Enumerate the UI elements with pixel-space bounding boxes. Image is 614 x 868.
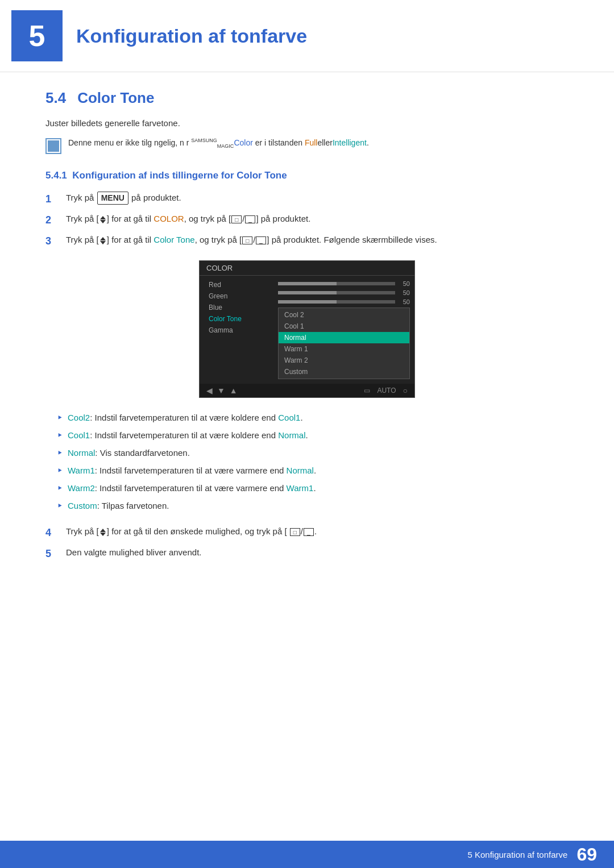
bullet-dot-1: ‣	[57, 410, 63, 426]
menu-item-gamma: Gamma	[204, 325, 269, 336]
bullet-warm2-text: Warm2: Indstil farvetemperaturen til at …	[68, 482, 316, 495]
step-1-number: 1	[45, 192, 58, 207]
chapter-number: 5	[11, 10, 63, 61]
label-normal: Normal	[68, 448, 95, 458]
steps-list: 1 Tryk på MENU på produktet. 2 Tryk på […	[45, 192, 569, 249]
note-text: Denne menu er ikke tilg ngelig, n r SAMS…	[68, 137, 369, 150]
section-title: Color Tone	[77, 89, 154, 107]
color-tone-step3: Color Tone	[154, 235, 194, 244]
label-warm1: Warm1	[68, 466, 95, 475]
slider-bar-blue	[278, 300, 395, 304]
btn-down-arrow: ▼	[217, 386, 225, 395]
bullet-dot-4: ‣	[57, 463, 63, 479]
ref-cool1: Cool1	[278, 413, 300, 422]
label-custom: Custom	[68, 501, 97, 510]
bullet-normal-text: Normal: Vis standardfarvetonen.	[68, 447, 190, 460]
full-word: Full	[305, 138, 318, 147]
color-tone-submenu: Cool 2 Cool 1 Normal Warm 1 Warm 2 Custo…	[278, 308, 410, 379]
submenu-cool2: Cool 2	[279, 309, 409, 321]
menu-item-colortone: Color Tone	[204, 313, 269, 325]
step-5: 5 Den valgte mulighed bliver anvendt.	[45, 546, 569, 562]
monitor-right-btns: ▭ AUTO ○	[364, 386, 408, 395]
box-icon-step3: □	[242, 236, 252, 244]
bullet-cool1-text: Cool1: Indstil farvetemperaturen til at …	[68, 429, 308, 442]
color-menu-left: Red Green Blue Color Tone Gamma	[200, 279, 273, 380]
bullet-dot-3: ‣	[57, 446, 63, 461]
arrows-up-down-4	[100, 529, 106, 536]
step-5-number: 5	[45, 546, 58, 562]
bullet-warm2: ‣ Warm2: Indstil farvetemperaturen til a…	[57, 482, 569, 496]
step-2-text: Tryk på [] for at gå til COLOR, og tryk …	[66, 213, 310, 226]
color-menu-title: COLOR	[200, 261, 414, 276]
btn-auto: AUTO	[377, 387, 396, 394]
footer-page-number: 69	[576, 844, 597, 865]
btn-up-arrow: ▲	[230, 386, 238, 395]
step-5-text: Den valgte mulighed bliver anvendt.	[66, 546, 201, 559]
arrows-up-down	[100, 216, 106, 223]
submenu-cool1: Cool 1	[279, 321, 409, 332]
menu-item-green: Green	[204, 290, 269, 302]
page-footer: 5 Konfiguration af tonfarve 69	[0, 841, 614, 868]
label-warm2: Warm2	[68, 483, 95, 493]
box-icon-step2: □	[231, 215, 242, 223]
section-number: 5.4	[45, 89, 66, 107]
btn-left-arrow: ◀	[206, 386, 213, 395]
step-2-number: 2	[45, 213, 58, 228]
bullet-dot-6: ‣	[57, 499, 63, 514]
section-description: Juster billedets generelle farvetone.	[45, 118, 569, 128]
step-4: 4 Tryk på [] for at gå til den ønskede m…	[45, 525, 569, 541]
step-3: 3 Tryk på [] for at gå til Color Tone, o…	[45, 234, 569, 249]
slider-fill-blue	[278, 300, 337, 304]
bullet-custom-text: Custom: Tilpas farvetonen.	[68, 500, 169, 513]
color-menu-body: Red Green Blue Color Tone Gamma	[200, 276, 414, 384]
chapter-title: Konfiguration af tonfarve	[76, 25, 307, 47]
subsection-title: Konfiguration af inds tillingerne for Co…	[72, 170, 287, 181]
samsung-super: SAMSUNG	[191, 138, 217, 143]
intelligent-word: Intelligent	[333, 138, 367, 147]
slider-fill-green	[278, 291, 337, 294]
slider-bar-green	[278, 291, 395, 294]
color-word: Color	[234, 138, 252, 147]
slider-green: 50	[278, 289, 410, 296]
bullet-custom: ‣ Custom: Tilpas farvetonen.	[57, 500, 569, 514]
ref-normal-2: Normal	[287, 466, 314, 475]
step-1: 1 Tryk på MENU på produktet.	[45, 192, 569, 207]
chapter-header: 5 Konfiguration af tonfarve	[0, 0, 614, 72]
btn-screen: ▭	[364, 387, 370, 394]
bullet-cool2: ‣ Cool2: Indstil farvetemperaturen til a…	[57, 412, 569, 426]
slider-val-red: 50	[399, 280, 410, 287]
bullet-dot-2: ‣	[57, 428, 63, 443]
subsection-number: 5.4.1	[45, 170, 67, 181]
step-4-number: 4	[45, 525, 58, 541]
menu-key: MENU	[97, 192, 128, 205]
subsection-heading: 5.4.1 Konfiguration af inds tillingerne …	[45, 170, 569, 181]
bullet-normal: ‣ Normal: Vis standardfarvetonen.	[57, 447, 569, 461]
step-3-number: 3	[45, 234, 58, 249]
ref-normal-1: Normal	[278, 430, 305, 440]
section-heading: 5.4 Color Tone	[45, 89, 569, 107]
submenu-warm1: Warm 1	[279, 343, 409, 355]
submenu-warm2: Warm 2	[279, 355, 409, 366]
step-2: 2 Tryk på [] for at gå til COLOR, og try…	[45, 213, 569, 228]
magic-sub: MAGIC	[217, 143, 234, 149]
slider-fill-red	[278, 282, 337, 285]
monitor-left-btn: ◀ ▼ ▲	[206, 386, 238, 395]
slider-red: 50	[278, 280, 410, 287]
bullet-cool2-text: Cool2: Indstil farvetemperaturen til at …	[68, 412, 303, 425]
enter-icon-step3: ⎯	[256, 236, 266, 244]
box-icon-step4: □	[290, 528, 300, 536]
slider-val-blue: 50	[399, 298, 410, 305]
label-cool1: Cool1	[68, 430, 90, 440]
monitor-bottom-bar: ◀ ▼ ▲ ▭ AUTO ○	[200, 384, 414, 397]
slider-val-green: 50	[399, 289, 410, 296]
bullet-warm1-text: Warm1: Indstil farvetemperaturen til at …	[68, 464, 316, 477]
submenu-custom: Custom	[279, 366, 409, 377]
btn-power: ○	[403, 386, 408, 395]
bullet-dot-5: ‣	[57, 481, 63, 496]
step-1-text: Tryk på MENU på produktet.	[66, 192, 181, 205]
enter-icon-step4: ⎯	[304, 528, 314, 536]
slider-blue: 50	[278, 298, 410, 305]
menu-item-red: Red	[204, 279, 269, 290]
color-slider-area: 50 50 50	[273, 279, 414, 380]
step-4-text: Tryk på [] for at gå til den ønskede mul…	[66, 525, 317, 538]
